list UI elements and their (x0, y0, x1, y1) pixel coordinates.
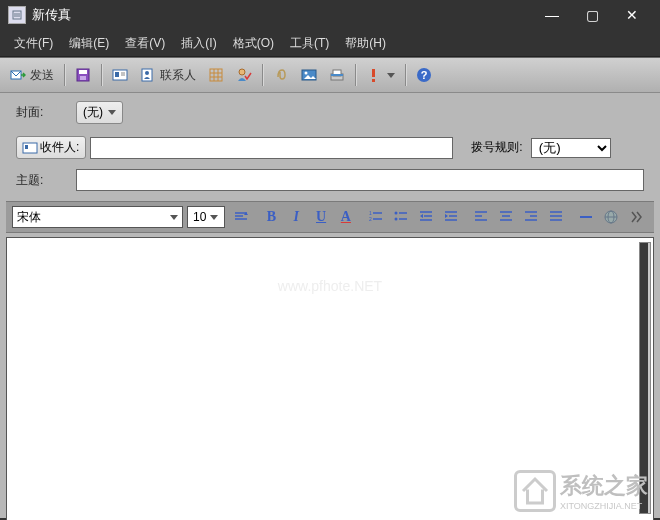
font-color-icon: A (341, 209, 351, 225)
link-button[interactable] (599, 205, 622, 229)
recipient-input[interactable] (90, 137, 453, 159)
chevron-down-icon (210, 215, 218, 220)
house-icon (514, 470, 556, 512)
subject-input[interactable] (76, 169, 644, 191)
bold-button[interactable]: B (260, 205, 283, 229)
indent-icon (443, 209, 459, 225)
recipient-button[interactable]: 收件人: (16, 136, 86, 159)
underline-button[interactable]: U (310, 205, 333, 229)
underline-icon: U (316, 209, 326, 225)
align-left-button[interactable] (470, 205, 493, 229)
attach-button[interactable] (268, 63, 294, 87)
svg-text:2: 2 (369, 216, 372, 222)
indent-button[interactable] (439, 205, 462, 229)
expand-button[interactable] (624, 205, 647, 229)
contacts-button[interactable]: 联系人 (135, 63, 201, 88)
separator (101, 64, 102, 86)
cover-value: (无) (83, 104, 103, 121)
italic-button[interactable]: I (285, 205, 308, 229)
watermark-logo: 系统之家 XITONGZHIJIA.NET (514, 470, 648, 512)
menubar: 文件(F) 编辑(E) 查看(V) 插入(I) 格式(O) 工具(T) 帮助(H… (0, 30, 660, 57)
paragraph-icon (233, 209, 249, 225)
svg-point-18 (239, 69, 245, 75)
help-icon: ? (416, 67, 432, 83)
menu-tools[interactable]: 工具(T) (282, 32, 337, 55)
cover-label: 封面: (16, 104, 76, 121)
document-icon (8, 6, 26, 24)
separator (405, 64, 406, 86)
menu-edit[interactable]: 编辑(E) (61, 32, 117, 55)
send-button[interactable]: 发送 (5, 63, 59, 88)
watermark-text: www.pfhote.NET (278, 278, 382, 294)
menu-view[interactable]: 查看(V) (117, 32, 173, 55)
picture-icon (301, 67, 317, 83)
bullet-list-icon (393, 209, 409, 225)
svg-text:?: ? (421, 69, 428, 81)
globe-link-icon (603, 209, 619, 225)
svg-rect-8 (115, 72, 119, 77)
cover-dropdown[interactable]: (无) (76, 101, 123, 124)
exclamation-icon (366, 67, 382, 83)
svg-point-12 (145, 71, 149, 75)
justify-icon (548, 209, 564, 225)
align-left-icon (473, 209, 489, 225)
save-icon (75, 67, 91, 83)
close-button[interactable]: ✕ (612, 0, 652, 30)
save-button[interactable] (70, 63, 96, 87)
font-color-button[interactable]: A (334, 205, 357, 229)
scan-button[interactable] (324, 63, 350, 87)
align-center-button[interactable] (495, 205, 518, 229)
contacts-label: 联系人 (160, 67, 196, 84)
justify-button[interactable] (544, 205, 567, 229)
dial-label: 拨号规则: (471, 139, 522, 156)
hr-icon (578, 209, 594, 225)
dial-dropdown[interactable]: (无) (531, 138, 611, 158)
paperclip-icon (273, 67, 289, 83)
contacts-icon (140, 67, 156, 83)
recipient-label: 收件人: (40, 139, 79, 156)
send-icon (10, 67, 26, 83)
priority-button[interactable] (361, 63, 400, 87)
numbered-list-icon: 12 (368, 209, 384, 225)
watermark-url: XITONGZHIJIA.NET (560, 501, 648, 511)
paragraph-button[interactable] (230, 205, 253, 229)
font-name: 宋体 (17, 209, 41, 226)
align-right-icon (523, 209, 539, 225)
outdent-icon (418, 209, 434, 225)
help-button[interactable]: ? (411, 63, 437, 87)
picture-button[interactable] (296, 63, 322, 87)
subject-label: 主题: (16, 172, 76, 189)
svg-point-37 (395, 212, 398, 215)
calendar-button[interactable] (203, 63, 229, 87)
svg-point-38 (395, 218, 398, 221)
svg-rect-6 (80, 76, 86, 80)
bold-icon: B (267, 209, 276, 225)
minimize-button[interactable]: — (532, 0, 572, 30)
svg-rect-13 (210, 69, 222, 81)
maximize-button[interactable]: ▢ (572, 0, 612, 30)
font-select[interactable]: 宋体 (12, 206, 183, 228)
svg-rect-24 (372, 69, 375, 77)
svg-rect-5 (79, 70, 87, 74)
menu-format[interactable]: 格式(O) (225, 32, 282, 55)
menu-file[interactable]: 文件(F) (6, 32, 61, 55)
numbered-list-button[interactable]: 12 (365, 205, 388, 229)
check-names-button[interactable] (231, 63, 257, 87)
size-select[interactable]: 10 (187, 206, 225, 228)
hr-button[interactable] (575, 205, 598, 229)
format-toolbar: 宋体 10 B I U A 12 (6, 201, 654, 233)
align-right-button[interactable] (519, 205, 542, 229)
menu-insert[interactable]: 插入(I) (173, 32, 224, 55)
svg-rect-25 (372, 79, 375, 82)
bullet-list-button[interactable] (390, 205, 413, 229)
send-label: 发送 (30, 67, 54, 84)
address-card-button[interactable] (107, 63, 133, 87)
chevron-down-icon (170, 215, 178, 220)
outdent-button[interactable] (415, 205, 438, 229)
contact-icon (23, 141, 37, 155)
titlebar: 新传真 — ▢ ✕ (0, 0, 660, 30)
window: 新传真 — ▢ ✕ 文件(F) 编辑(E) 查看(V) 插入(I) 格式(O) … (0, 0, 660, 520)
menu-help[interactable]: 帮助(H) (337, 32, 394, 55)
address-card-icon (112, 67, 128, 83)
cover-row: 封面: (无) (0, 93, 660, 132)
